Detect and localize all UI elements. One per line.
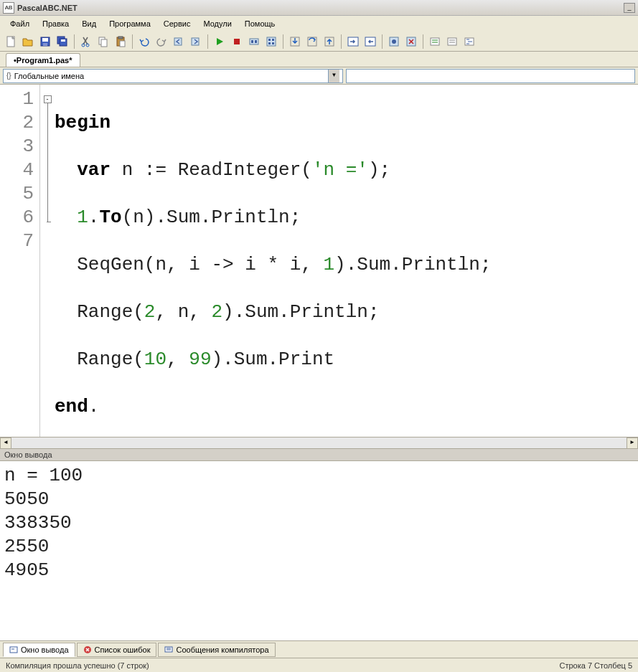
svg-rect-2	[42, 38, 48, 42]
save-button[interactable]	[37, 34, 53, 49]
bottom-tabbar: Окно вывода Список ошибок Сообщения комп…	[0, 640, 638, 658]
indent-right-button[interactable]	[345, 34, 361, 49]
file-tabbar: •Program1.pas*	[0, 52, 638, 67]
status-compile-result: Компиляция прошла успешно (7 строк)	[6, 661, 149, 670]
tab-compiler-messages[interactable]: Сообщения компилятора	[158, 643, 275, 657]
svg-rect-10	[101, 39, 107, 47]
file-tab-program1[interactable]: •Program1.pas*	[6, 53, 80, 67]
new-file-button[interactable]	[3, 34, 19, 49]
nav-dropdown-row: {} Глобальные имена ▼	[0, 67, 638, 85]
svg-rect-12	[118, 37, 123, 39]
scroll-right-button[interactable]: ►	[627, 437, 638, 449]
compile-button[interactable]	[246, 34, 262, 49]
toolbar	[0, 32, 638, 52]
toggle-bookmark-button[interactable]	[386, 34, 402, 49]
fold-end	[47, 222, 51, 222]
svg-rect-13	[120, 41, 125, 47]
fold-column: -	[40, 85, 55, 437]
number-literal: 1	[323, 254, 334, 275]
step-over-button[interactable]	[304, 34, 320, 49]
number-literal: 1	[77, 207, 88, 228]
output-panel-content[interactable]: n = 100 5050 338350 2550 4905	[0, 461, 638, 640]
minimize-button[interactable]: _	[624, 3, 635, 13]
keyword: var	[77, 159, 111, 181]
svg-rect-19	[255, 40, 257, 43]
menubar: Файл Правка Вид Программа Сервис Модули …	[0, 16, 638, 32]
horizontal-scrollbar[interactable]: ◄ ►	[0, 437, 638, 448]
menu-service[interactable]: Сервис	[158, 18, 197, 29]
clear-bookmarks-button[interactable]	[403, 34, 419, 49]
member-dropdown[interactable]	[346, 69, 635, 83]
run-button[interactable]	[212, 34, 227, 49]
svg-rect-26	[308, 37, 316, 46]
scope-dropdown-label: Глобальные имена	[14, 72, 85, 80]
line-number: 5	[0, 182, 39, 206]
step-into-button[interactable]	[287, 34, 303, 49]
tab-errors[interactable]: Список ошибок	[77, 643, 157, 657]
cut-button[interactable]	[78, 34, 94, 49]
toolbar-separator	[132, 34, 133, 49]
undo-button[interactable]	[136, 34, 152, 49]
keyword: end	[55, 396, 88, 417]
comment-button[interactable]	[427, 34, 443, 49]
fold-line	[47, 103, 48, 222]
nav-back-button[interactable]	[171, 34, 187, 49]
svg-rect-36	[448, 38, 456, 45]
code-editor[interactable]: 1 2 3 4 5 6 7 - begin var n := ReadInteg…	[0, 85, 638, 437]
output-panel-header: Окно вывода	[0, 448, 638, 461]
svg-rect-3	[43, 43, 47, 46]
line-number: 2	[0, 111, 39, 135]
message-icon	[164, 645, 173, 654]
code-content[interactable]: begin var n := ReadInteger('n ='); 1.To(…	[55, 85, 638, 437]
paste-button[interactable]	[113, 34, 128, 49]
format-button[interactable]	[461, 34, 477, 49]
svg-rect-21	[268, 39, 271, 41]
tab-errors-label: Список ошибок	[95, 645, 151, 654]
menu-view[interactable]: Вид	[76, 18, 102, 29]
svg-rect-17	[250, 39, 258, 44]
scope-dropdown[interactable]: {} Глобальные имена ▼	[3, 69, 343, 83]
tab-output-label: Окно вывода	[21, 645, 69, 654]
line-number: 4	[0, 158, 39, 182]
menu-edit[interactable]: Правка	[37, 18, 75, 29]
save-all-button[interactable]	[55, 34, 70, 49]
menu-modules[interactable]: Модули	[197, 18, 237, 29]
number-literal: 10	[144, 349, 166, 370]
string-literal: 'n ='	[312, 159, 368, 181]
svg-rect-14	[174, 38, 182, 45]
line-number: 1	[0, 87, 39, 111]
copy-button[interactable]	[95, 34, 111, 49]
svg-point-31	[392, 39, 396, 44]
svg-rect-20	[267, 37, 276, 46]
line-number: 6	[0, 206, 39, 229]
number-literal: 99	[189, 349, 211, 370]
step-out-button[interactable]	[322, 34, 337, 49]
svg-rect-16	[234, 39, 240, 44]
scroll-left-button[interactable]: ◄	[0, 437, 11, 449]
indent-left-button[interactable]	[362, 34, 378, 49]
open-file-button[interactable]	[20, 34, 36, 49]
svg-rect-18	[251, 40, 253, 43]
toolbar-separator	[207, 34, 208, 49]
line-number: 3	[0, 135, 39, 158]
fold-toggle[interactable]: -	[44, 95, 52, 103]
app-icon: AB	[3, 2, 14, 14]
svg-rect-24	[272, 42, 274, 44]
stop-button[interactable]	[229, 34, 245, 49]
menu-program[interactable]: Программа	[103, 18, 156, 29]
uncomment-button[interactable]	[444, 34, 460, 49]
svg-rect-22	[272, 39, 274, 41]
menu-file[interactable]: Файл	[4, 18, 35, 29]
tab-output[interactable]: Окно вывода	[3, 643, 75, 657]
redo-button[interactable]	[154, 34, 169, 49]
keyword: To	[99, 207, 121, 228]
build-button[interactable]	[263, 34, 279, 49]
line-gutter: 1 2 3 4 5 6 7	[0, 85, 40, 437]
braces-icon: {}	[6, 72, 11, 80]
number-literal: 2	[211, 301, 222, 323]
chevron-down-icon: ▼	[328, 70, 339, 82]
nav-forward-button[interactable]	[188, 34, 204, 49]
titlebar: AB PascalABC.NET _	[0, 0, 638, 16]
scroll-track[interactable]	[11, 437, 627, 448]
menu-help[interactable]: Помощь	[239, 18, 281, 29]
